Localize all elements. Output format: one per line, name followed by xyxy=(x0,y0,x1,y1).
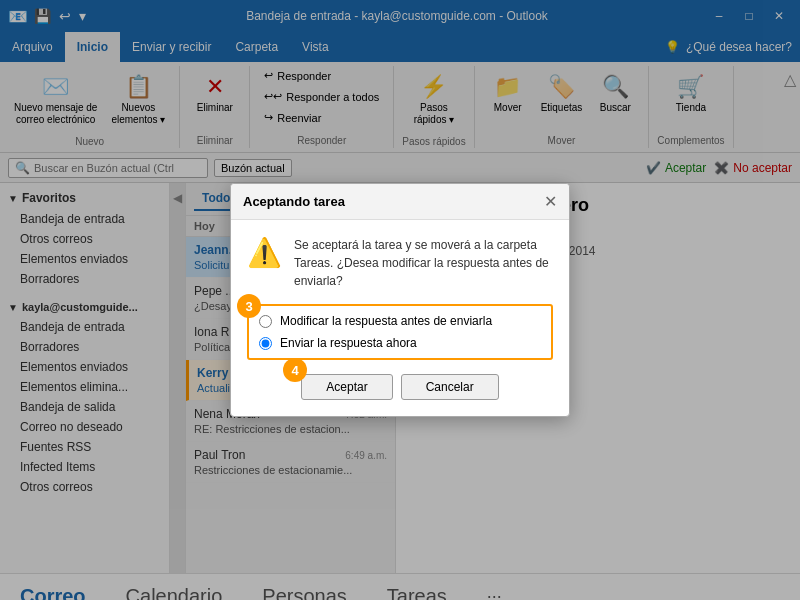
radio-input-option1[interactable] xyxy=(259,315,272,328)
modal-overlay: Aceptando tarea ✕ ⚠️ Se aceptará la tare… xyxy=(0,0,800,600)
modal-cancel-button[interactable]: Cancelar xyxy=(401,374,499,400)
modal-accept-button[interactable]: Aceptar xyxy=(301,374,392,400)
warning-icon: ⚠️ xyxy=(247,236,282,269)
step-3-badge: 3 xyxy=(237,294,261,318)
radio-option2-label: Enviar la respuesta ahora xyxy=(280,336,417,350)
accept-task-dialog: Aceptando tarea ✕ ⚠️ Se aceptará la tare… xyxy=(230,183,570,417)
radio-option1-label: Modificar la respuesta antes de enviarla xyxy=(280,314,492,328)
modal-message-row: ⚠️ Se aceptará la tarea y se moverá a la… xyxy=(247,236,553,290)
radio-option2[interactable]: Enviar la respuesta ahora xyxy=(259,336,541,350)
step-4-badge: 4 xyxy=(283,358,307,382)
modal-buttons: 4 Aceptar Cancelar xyxy=(247,374,553,400)
modal-radio-group: 3 Modificar la respuesta antes de enviar… xyxy=(247,304,553,360)
modal-close-button[interactable]: ✕ xyxy=(544,192,557,211)
radio-option1[interactable]: Modificar la respuesta antes de enviarla xyxy=(259,314,541,328)
modal-title-bar: Aceptando tarea ✕ xyxy=(231,184,569,220)
modal-title: Aceptando tarea xyxy=(243,194,345,209)
radio-input-option2[interactable] xyxy=(259,337,272,350)
modal-body: ⚠️ Se aceptará la tarea y se moverá a la… xyxy=(231,220,569,416)
modal-message: Se aceptará la tarea y se moverá a la ca… xyxy=(294,236,553,290)
